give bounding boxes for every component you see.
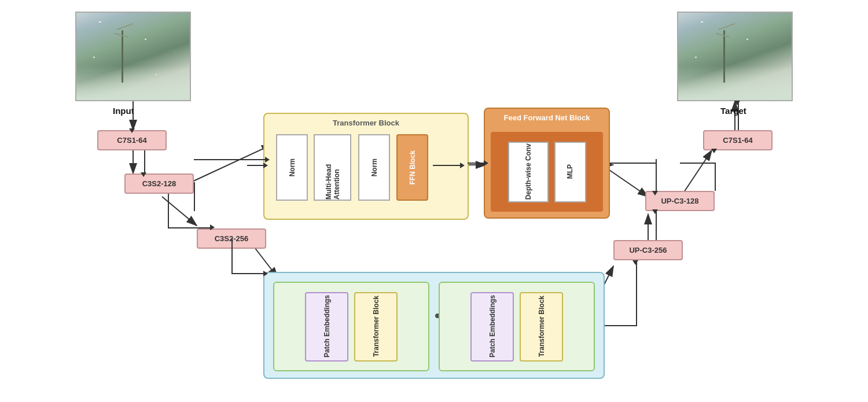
svg-line-4: [162, 197, 197, 226]
patch-embed-2-label: Patch Embeddings: [488, 295, 496, 357]
svg-line-11: [683, 150, 712, 194]
mlp-label: MLP: [566, 164, 574, 179]
c7s1-64-left: C7S1-64: [97, 130, 167, 150]
norm1-block: Norm: [276, 134, 308, 201]
arrow-input-to-c7s1: [133, 102, 134, 130]
ffn-container-title: Feed Forward Net Block: [485, 113, 609, 123]
bottom-block-container: Patch Embeddings Transformer Block *3 Pa…: [263, 272, 605, 379]
ffn-block: FFN Block: [396, 134, 428, 201]
norm2-label: Norm: [370, 158, 378, 176]
transformer-sub-1: Transformer Block: [354, 292, 398, 362]
svg-line-5: [191, 145, 272, 182]
ffn-inner: Depth-wise Conv MLP: [491, 132, 603, 212]
arrow-c7s1-to-c3s2-128: [144, 150, 145, 174]
target-image: [677, 12, 793, 101]
input-image: [75, 12, 191, 101]
transformer-block-container: Transformer Block Norm Multi-Head Attent…: [263, 113, 469, 220]
depthwise-label: Depth-wise Conv: [524, 143, 532, 200]
transformer-sub-2-label: Transformer Block: [538, 296, 546, 357]
depthwise-block: Depth-wise Conv: [508, 142, 549, 202]
multihead-label: Multi-Head Attention: [325, 135, 341, 200]
ffn-label: FFN Block: [409, 150, 417, 185]
right-sub-block: Patch Embeddings Transformer Block: [439, 282, 595, 371]
left-sub-block: Patch Embeddings Transformer Block: [273, 282, 429, 371]
patch-embed-1-label: Patch Embeddings: [323, 295, 331, 357]
diagram-container: Input C7S1-64 C3S2-128 C3S2-256 Transfor…: [0, 0, 868, 402]
transformer-sub-1-label: Transformer Block: [372, 296, 380, 357]
c3s2-128: C3S2-128: [124, 174, 194, 194]
transformer-sub-2: Transformer Block: [520, 292, 563, 362]
mlp-block: MLP: [554, 142, 586, 202]
transformer-block-title: Transformer Block: [264, 119, 468, 127]
ffn-container: Feed Forward Net Block Depth-wise Conv M…: [484, 108, 610, 219]
norm1-label: Norm: [288, 158, 296, 176]
norm2-block: Norm: [358, 134, 390, 201]
up-c3-256: UP-C3-256: [613, 240, 683, 260]
patch-embed-1: Patch Embeddings: [305, 292, 348, 362]
target-label: Target: [720, 106, 746, 116]
input-label: Input: [113, 106, 134, 116]
multihead-block: Multi-Head Attention: [314, 134, 351, 201]
c7s1-64-right: C7S1-64: [703, 130, 773, 150]
patch-embed-2: Patch Embeddings: [470, 292, 514, 362]
